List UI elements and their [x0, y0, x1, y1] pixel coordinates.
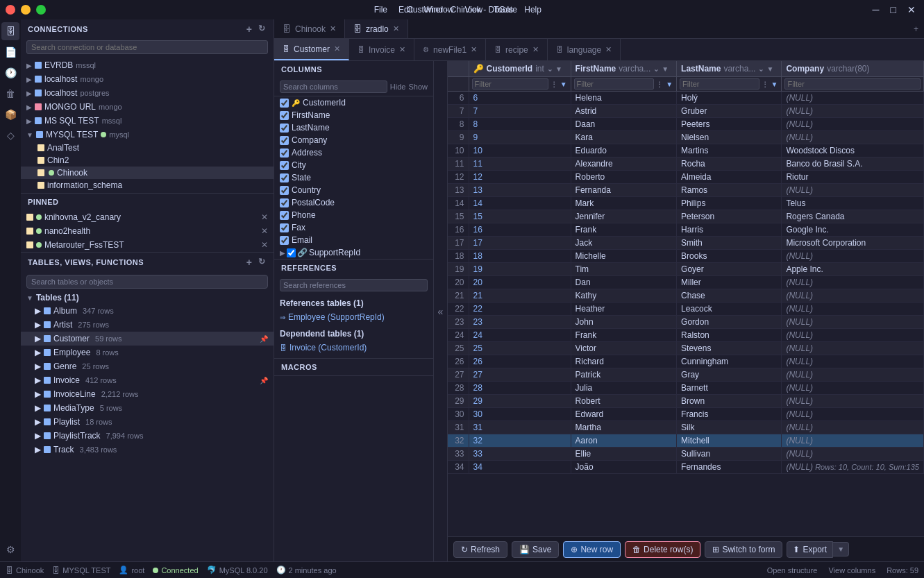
table-item-album[interactable]: ▶ Album 347 rows [21, 304, 274, 318]
conn-item-mssql-test[interactable]: ▶ MS SQL TEST mssql [21, 114, 274, 128]
refresh-btn[interactable]: ↻ Refresh [453, 541, 507, 558]
macos-maximize-btn[interactable] [36, 5, 46, 15]
col-checkbox[interactable] [280, 111, 289, 120]
cell-id[interactable]: 24 [469, 329, 571, 342]
table-item-customer[interactable]: ▶ Customer 59 rows 📌 [21, 332, 274, 346]
doc-tab-close[interactable]: ✕ [334, 44, 340, 53]
activity-settings[interactable]: ⚙ [1, 541, 19, 559]
cell-id[interactable]: 31 [469, 421, 571, 434]
table-item-invoice[interactable]: ▶ Invoice 412 rows 📌 [21, 373, 274, 387]
conn-item-mongo-url[interactable]: ▶ MONGO URL mongo [21, 100, 274, 114]
doc-tab-close[interactable]: ✕ [399, 45, 405, 54]
cell-id[interactable]: 8 [469, 118, 571, 131]
table-row[interactable]: 22 22 Heather Leacock (NULL) [448, 303, 924, 316]
col-item-postalcode[interactable]: PostalCode [274, 196, 433, 209]
filter-icon[interactable]: ▼ [555, 65, 562, 73]
table-row[interactable]: 18 18 Michelle Brooks (NULL) [448, 250, 924, 263]
ref-link-text[interactable]: Employee (SupportRepId) [288, 312, 385, 322]
table-item-playlisttrack[interactable]: ▶ PlaylistTrack 7,994 rows [21, 429, 274, 443]
show-btn[interactable]: Show [408, 83, 428, 91]
table-row[interactable]: 27 27 Patrick Gray (NULL) [448, 368, 924, 382]
window-tab-close[interactable]: ✕ [393, 24, 399, 33]
table-row[interactable]: 30 30 Edward Francis (NULL) [448, 408, 924, 421]
col-item-email[interactable]: Email [274, 234, 433, 246]
window-tab-chinook[interactable]: 🗄 Chinook ✕ [274, 19, 345, 38]
table-row[interactable]: 23 23 John Gordon (NULL) [448, 316, 924, 329]
conn-item-evrdb[interactable]: ▶ EVRDB mssql [21, 58, 274, 72]
menu-file[interactable]: File [374, 5, 387, 15]
table-row[interactable]: 19 19 Tim Goyer Apple Inc. [448, 263, 924, 276]
filter-options-btn[interactable]: ⋮ [761, 80, 769, 88]
cell-id[interactable]: 15 [469, 210, 571, 223]
sort-icon[interactable]: ⌄ [758, 65, 764, 73]
cell-id[interactable]: 7 [469, 105, 571, 118]
col-item-customerid[interactable]: 🔑 CustomerId [274, 96, 433, 109]
refs-link-employee[interactable]: ⇒ Employee (SupportRepId) [280, 311, 428, 323]
filter-options-btn[interactable]: ⋮ [550, 80, 558, 88]
add-tab-btn[interactable]: + [908, 19, 924, 38]
table-item-mediatype[interactable]: ▶ MediaType 5 rows [21, 401, 274, 415]
col-item-state[interactable]: State [274, 171, 433, 184]
col-item-city[interactable]: City [274, 159, 433, 171]
cell-id[interactable]: 28 [469, 382, 571, 395]
doc-tab-close[interactable]: ✕ [532, 45, 539, 54]
cell-id[interactable]: 25 [469, 342, 571, 355]
pinned-item-0[interactable]: knihovna_v2_canary ✕ [21, 210, 274, 224]
hide-btn[interactable]: Hide [390, 83, 406, 91]
pinned-close-btn[interactable]: ✕ [261, 212, 268, 222]
cell-id[interactable]: 18 [469, 250, 571, 263]
cell-id[interactable]: 21 [469, 289, 571, 303]
refresh-tables-btn[interactable]: ↻ [257, 257, 267, 268]
collapse-panel-btn[interactable]: « [434, 61, 448, 561]
open-structure-btn[interactable]: Open structure [767, 566, 818, 575]
doc-tab-newfile1[interactable]: ⚙ newFile1 ✕ [414, 39, 486, 60]
cell-id[interactable]: 9 [469, 131, 571, 144]
cell-id[interactable]: 32 [469, 434, 571, 448]
columns-search-input[interactable] [280, 80, 387, 93]
table-item-genre[interactable]: ▶ Genre 25 rows [21, 359, 274, 373]
cell-id[interactable]: 30 [469, 408, 571, 421]
col-item-fax[interactable]: Fax [274, 221, 433, 234]
pinned-item-2[interactable]: Metarouter_FssTEST ✕ [21, 238, 274, 252]
table-row[interactable]: 17 17 Jack Smith Microsoft Corporation [448, 237, 924, 250]
table-item-track[interactable]: ▶ Track 3,483 rows [21, 443, 274, 457]
table-row[interactable]: 26 26 Richard Cunningham (NULL) [448, 355, 924, 368]
doc-tab-recipe[interactable]: 🗄 recipe ✕ [486, 39, 548, 60]
cell-id[interactable]: 6 [469, 92, 571, 105]
refresh-connections-btn[interactable]: ↻ [257, 24, 267, 35]
table-row[interactable]: 24 24 Frank Ralston (NULL) [448, 329, 924, 342]
col-item-company[interactable]: Company [274, 134, 433, 146]
col-checkbox[interactable] [280, 136, 289, 145]
col-checkbox[interactable] [280, 236, 289, 245]
table-row[interactable]: 7 7 Astrid Gruber (NULL) [448, 105, 924, 118]
col-checkbox[interactable] [280, 173, 289, 182]
col-item-address[interactable]: Address [274, 146, 433, 159]
cell-id[interactable]: 14 [469, 197, 571, 210]
col-item-country[interactable]: Country [274, 184, 433, 196]
add-table-btn[interactable]: + [245, 257, 254, 268]
table-row[interactable]: 6 6 Helena Holý (NULL) [448, 92, 924, 105]
cell-id[interactable]: 33 [469, 448, 571, 461]
col-header-customerid[interactable]: 🔑 CustomerId int ⌄ ▼ [469, 61, 571, 77]
table-row[interactable]: 21 21 Kathy Chase (NULL) [448, 289, 924, 303]
cell-id[interactable]: 11 [469, 158, 571, 171]
activity-history[interactable]: 🕐 [1, 64, 19, 82]
cell-id[interactable]: 26 [469, 355, 571, 368]
col-checkbox[interactable] [280, 161, 289, 170]
cell-id[interactable]: 27 [469, 368, 571, 382]
pinned-item-1[interactable]: nano2health ✕ [21, 224, 274, 238]
table-row[interactable]: 9 9 Kara Nielsen (NULL) [448, 131, 924, 144]
col-checkbox[interactable] [280, 186, 289, 195]
doc-tab-close[interactable]: ✕ [471, 45, 477, 54]
table-item-artist[interactable]: ▶ Artist 275 rows [21, 318, 274, 332]
save-btn[interactable]: 💾 Save [512, 541, 559, 558]
filter-icon[interactable]: ▼ [766, 65, 773, 73]
conn-item-localhost-mongo[interactable]: ▶ localhost mongo [21, 72, 274, 86]
filter-options-btn[interactable]: ⋮ [655, 80, 664, 88]
refs-link-invoice[interactable]: 🗄 Invoice (CustomerId) [280, 341, 428, 354]
data-grid[interactable]: 🔑 CustomerId int ⌄ ▼ FirstN [448, 61, 924, 536]
col-header-firstname[interactable]: FirstName varcha... ⌄ ▼ [571, 61, 677, 77]
filter-input-lastname[interactable] [680, 78, 759, 90]
table-row[interactable]: 33 33 Ellie Sullivan (NULL) [448, 448, 924, 461]
minimize-btn[interactable]: ─ [870, 4, 882, 15]
